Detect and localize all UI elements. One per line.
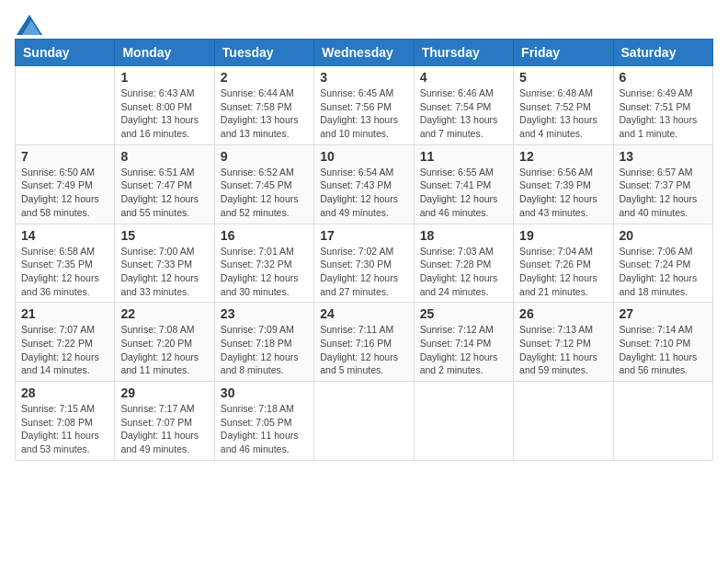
day-number: 8 [120, 149, 208, 164]
day-number: 4 [420, 70, 507, 85]
day-number: 19 [519, 228, 607, 243]
calendar-cell [16, 66, 115, 145]
calendar-week-row: 14Sunrise: 6:58 AM Sunset: 7:35 PM Dayli… [16, 224, 713, 303]
day-number: 5 [519, 70, 607, 85]
calendar-cell: 18Sunrise: 7:03 AM Sunset: 7:28 PM Dayli… [414, 224, 513, 303]
day-number: 7 [21, 149, 108, 164]
calendar-cell: 22Sunrise: 7:08 AM Sunset: 7:20 PM Dayli… [115, 303, 214, 382]
day-info: Sunrise: 6:43 AM Sunset: 8:00 PM Dayligh… [120, 86, 208, 141]
calendar-cell: 14Sunrise: 6:58 AM Sunset: 7:35 PM Dayli… [16, 224, 115, 303]
day-info: Sunrise: 6:51 AM Sunset: 7:47 PM Dayligh… [120, 166, 208, 220]
calendar-cell: 15Sunrise: 7:00 AM Sunset: 7:33 PM Dayli… [115, 224, 214, 303]
day-info: Sunrise: 6:57 AM Sunset: 7:37 PM Dayligh… [620, 166, 707, 220]
calendar-table: SundayMondayTuesdayWednesdayThursdayFrid… [15, 39, 713, 461]
calendar-cell: 27Sunrise: 7:14 AM Sunset: 7:10 PM Dayli… [613, 303, 712, 382]
calendar-cell: 30Sunrise: 7:18 AM Sunset: 7:05 PM Dayli… [214, 382, 313, 461]
day-number: 1 [120, 70, 208, 85]
calendar-cell: 10Sunrise: 6:54 AM Sunset: 7:43 PM Dayli… [314, 144, 414, 224]
day-info: Sunrise: 6:46 AM Sunset: 7:54 PM Dayligh… [420, 86, 507, 141]
day-number: 29 [120, 385, 208, 400]
calendar-cell: 21Sunrise: 7:07 AM Sunset: 7:22 PM Dayli… [16, 303, 115, 382]
day-number: 20 [620, 228, 707, 243]
day-number: 28 [21, 385, 108, 400]
calendar-cell: 25Sunrise: 7:12 AM Sunset: 7:14 PM Dayli… [414, 303, 513, 382]
calendar-cell: 3Sunrise: 6:45 AM Sunset: 7:56 PM Daylig… [314, 66, 414, 145]
day-info: Sunrise: 6:52 AM Sunset: 7:45 PM Dayligh… [221, 166, 308, 220]
day-number: 9 [221, 149, 308, 164]
calendar-cell: 20Sunrise: 7:06 AM Sunset: 7:24 PM Dayli… [613, 224, 712, 303]
page-header [15, 15, 713, 31]
calendar-cell [414, 382, 513, 461]
calendar-week-row: 1Sunrise: 6:43 AM Sunset: 8:00 PM Daylig… [16, 66, 713, 145]
calendar-week-row: 28Sunrise: 7:15 AM Sunset: 7:08 PM Dayli… [16, 382, 713, 461]
calendar-cell: 5Sunrise: 6:48 AM Sunset: 7:52 PM Daylig… [514, 66, 613, 145]
calendar-cell: 1Sunrise: 6:43 AM Sunset: 8:00 PM Daylig… [115, 66, 214, 145]
day-number: 25 [420, 306, 507, 321]
day-number: 11 [420, 149, 507, 164]
calendar-cell: 11Sunrise: 6:55 AM Sunset: 7:41 PM Dayli… [414, 144, 513, 224]
calendar-cell: 9Sunrise: 6:52 AM Sunset: 7:45 PM Daylig… [214, 144, 313, 224]
calendar-week-row: 21Sunrise: 7:07 AM Sunset: 7:22 PM Dayli… [16, 303, 713, 382]
calendar-cell: 6Sunrise: 6:49 AM Sunset: 7:51 PM Daylig… [613, 66, 712, 145]
day-info: Sunrise: 7:01 AM Sunset: 7:32 PM Dayligh… [221, 245, 308, 299]
calendar-week-row: 7Sunrise: 6:50 AM Sunset: 7:49 PM Daylig… [16, 144, 713, 224]
calendar-cell: 13Sunrise: 6:57 AM Sunset: 7:37 PM Dayli… [613, 144, 712, 224]
day-number: 22 [120, 306, 208, 321]
day-number: 27 [620, 306, 707, 321]
calendar-cell: 26Sunrise: 7:13 AM Sunset: 7:12 PM Dayli… [514, 303, 613, 382]
calendar-cell: 17Sunrise: 7:02 AM Sunset: 7:30 PM Dayli… [314, 224, 414, 303]
calendar-cell: 16Sunrise: 7:01 AM Sunset: 7:32 PM Dayli… [214, 224, 313, 303]
calendar-header-row: SundayMondayTuesdayWednesdayThursdayFrid… [16, 40, 713, 66]
calendar-cell: 29Sunrise: 7:17 AM Sunset: 7:07 PM Dayli… [115, 382, 214, 461]
day-info: Sunrise: 7:00 AM Sunset: 7:33 PM Dayligh… [120, 245, 208, 299]
day-number: 10 [320, 149, 407, 164]
day-info: Sunrise: 6:49 AM Sunset: 7:51 PM Dayligh… [620, 86, 707, 141]
day-number: 26 [519, 306, 607, 321]
logo-icon [17, 15, 42, 35]
day-number: 16 [221, 228, 308, 243]
day-info: Sunrise: 7:18 AM Sunset: 7:05 PM Dayligh… [221, 402, 308, 456]
logo [15, 15, 42, 31]
day-number: 30 [221, 385, 308, 400]
day-number: 3 [320, 70, 407, 85]
day-of-week-header: Thursday [414, 40, 513, 66]
calendar-cell: 23Sunrise: 7:09 AM Sunset: 7:18 PM Dayli… [214, 303, 313, 382]
day-info: Sunrise: 7:17 AM Sunset: 7:07 PM Dayligh… [120, 402, 208, 456]
day-info: Sunrise: 6:50 AM Sunset: 7:49 PM Dayligh… [21, 166, 108, 220]
calendar-cell: 4Sunrise: 6:46 AM Sunset: 7:54 PM Daylig… [414, 66, 513, 145]
day-number: 12 [519, 149, 607, 164]
day-number: 21 [21, 306, 108, 321]
calendar-cell [314, 382, 414, 461]
calendar-cell [613, 382, 712, 461]
calendar-cell: 28Sunrise: 7:15 AM Sunset: 7:08 PM Dayli… [16, 382, 115, 461]
day-of-week-header: Monday [115, 40, 214, 66]
day-number: 13 [620, 149, 707, 164]
day-info: Sunrise: 7:11 AM Sunset: 7:16 PM Dayligh… [320, 323, 407, 377]
day-info: Sunrise: 7:15 AM Sunset: 7:08 PM Dayligh… [21, 402, 108, 456]
day-info: Sunrise: 7:08 AM Sunset: 7:20 PM Dayligh… [120, 323, 208, 377]
day-number: 17 [320, 228, 407, 243]
calendar-cell: 2Sunrise: 6:44 AM Sunset: 7:58 PM Daylig… [214, 66, 313, 145]
calendar-cell: 8Sunrise: 6:51 AM Sunset: 7:47 PM Daylig… [115, 144, 214, 224]
day-info: Sunrise: 6:54 AM Sunset: 7:43 PM Dayligh… [320, 166, 407, 220]
day-info: Sunrise: 7:02 AM Sunset: 7:30 PM Dayligh… [320, 245, 407, 299]
day-of-week-header: Friday [514, 40, 613, 66]
calendar-cell [514, 382, 613, 461]
calendar-cell: 24Sunrise: 7:11 AM Sunset: 7:16 PM Dayli… [314, 303, 414, 382]
day-of-week-header: Saturday [613, 40, 712, 66]
day-info: Sunrise: 6:48 AM Sunset: 7:52 PM Dayligh… [519, 86, 607, 141]
day-number: 18 [420, 228, 507, 243]
day-of-week-header: Wednesday [314, 40, 414, 66]
day-info: Sunrise: 7:13 AM Sunset: 7:12 PM Dayligh… [519, 323, 607, 377]
day-number: 23 [221, 306, 308, 321]
day-info: Sunrise: 6:58 AM Sunset: 7:35 PM Dayligh… [21, 245, 108, 299]
day-number: 24 [320, 306, 407, 321]
day-info: Sunrise: 6:44 AM Sunset: 7:58 PM Dayligh… [221, 86, 308, 141]
day-of-week-header: Tuesday [214, 40, 313, 66]
calendar-cell: 19Sunrise: 7:04 AM Sunset: 7:26 PM Dayli… [514, 224, 613, 303]
day-number: 6 [620, 70, 707, 85]
day-info: Sunrise: 7:12 AM Sunset: 7:14 PM Dayligh… [420, 323, 507, 377]
day-info: Sunrise: 7:07 AM Sunset: 7:22 PM Dayligh… [21, 323, 108, 377]
day-info: Sunrise: 7:06 AM Sunset: 7:24 PM Dayligh… [620, 245, 707, 299]
day-info: Sunrise: 6:55 AM Sunset: 7:41 PM Dayligh… [420, 166, 507, 220]
